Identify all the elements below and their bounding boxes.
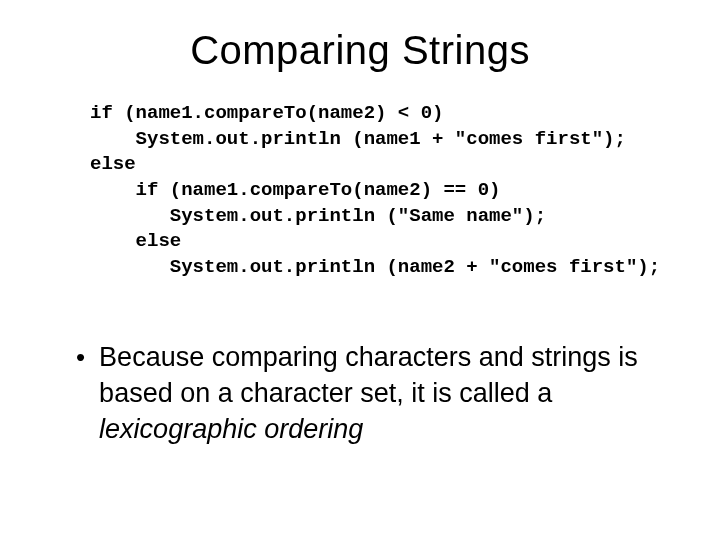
code-line-3: else	[90, 153, 136, 175]
bullet-text: Because comparing characters and strings…	[99, 340, 660, 447]
bullet-text-italic: lexicographic ordering	[99, 414, 363, 444]
code-line-5: System.out.println ("Same name");	[90, 205, 546, 227]
slide-title: Comparing Strings	[40, 28, 680, 73]
code-line-1: if (name1.compareTo(name2) < 0)	[90, 102, 443, 124]
bullet-dot-icon: •	[76, 342, 85, 373]
bullet-text-plain: Because comparing characters and strings…	[99, 342, 638, 408]
code-line-2: System.out.println (name1 + "comes first…	[90, 128, 626, 150]
code-block: if (name1.compareTo(name2) < 0) System.o…	[90, 101, 680, 280]
code-line-7: System.out.println (name2 + "comes first…	[90, 256, 660, 278]
code-line-6: else	[90, 230, 181, 252]
slide: Comparing Strings if (name1.compareTo(na…	[0, 0, 720, 540]
code-line-4: if (name1.compareTo(name2) == 0)	[90, 179, 500, 201]
bullet-item: • Because comparing characters and strin…	[76, 340, 660, 447]
